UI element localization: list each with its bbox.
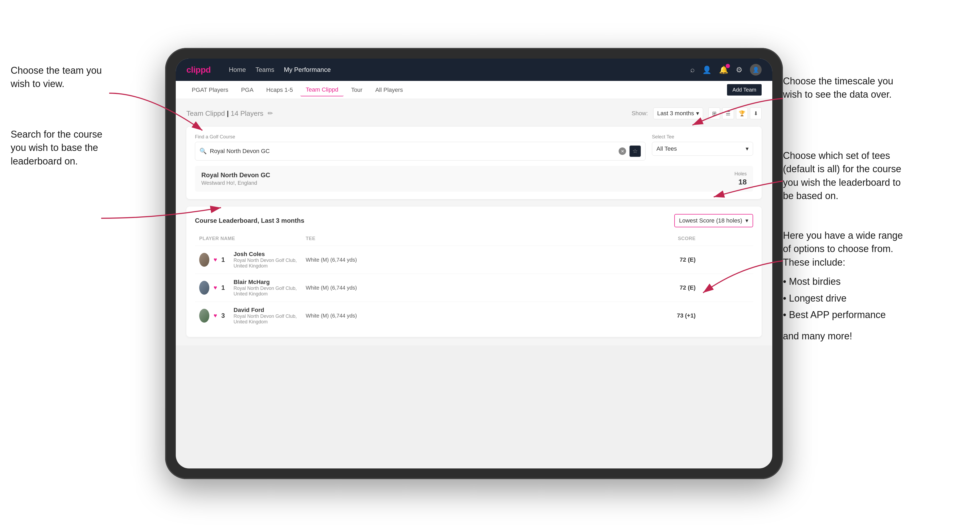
team-title: Team Clippd | 14 Players ✏	[186, 110, 273, 117]
option-app: Best APP performance	[783, 306, 903, 323]
player-info-2: Blair McHarg Royal North Devon Golf Club…	[234, 279, 306, 297]
heart-icon-1[interactable]: ♥	[213, 256, 217, 263]
nav-my-performance[interactable]: My Performance	[284, 66, 331, 73]
col-score: SCORE	[616, 236, 695, 241]
main-content: Team Clippd | 14 Players ✏ Show: Last 3 …	[176, 99, 772, 346]
clear-search-button[interactable]: ✕	[619, 148, 626, 155]
search-icon[interactable]: ⌕	[690, 65, 695, 74]
nav-links: Home Teams My Performance	[229, 66, 678, 73]
edit-icon[interactable]: ✏	[268, 110, 273, 117]
leaderboard-header: Course Leaderboard, Last 3 months Lowest…	[195, 214, 753, 227]
search-row: Find a Golf Course 🔍 Royal North Devon G…	[195, 134, 753, 160]
option-birdies: Most birdies	[783, 273, 903, 290]
search-icon-inner: 🔍	[199, 148, 207, 155]
sub-nav-team-clippd[interactable]: Team Clippd	[301, 84, 344, 96]
avatar-3	[199, 309, 209, 322]
sub-nav-tour[interactable]: Tour	[346, 84, 368, 96]
download-button[interactable]: ⬇	[750, 108, 762, 119]
table-row: ♥ 3 David Ford Royal North Devon Golf Cl…	[195, 302, 753, 330]
tee-2: White (M) (6,744 yds)	[306, 285, 616, 291]
sub-nav-pga[interactable]: PGA	[236, 84, 259, 96]
chevron-down-icon: ▾	[696, 110, 699, 117]
list-view-button[interactable]: ☰	[722, 108, 734, 119]
sub-nav-hcaps[interactable]: Hcaps 1-5	[261, 84, 298, 96]
heart-icon-3[interactable]: ♥	[213, 312, 217, 319]
notification-badge[interactable]: 🔔	[719, 65, 728, 74]
rank-3: 3	[221, 312, 229, 319]
add-team-button[interactable]: Add Team	[727, 84, 762, 95]
table-row: ♥ 1 Josh Coles Royal North Devon Golf Cl…	[195, 246, 753, 274]
option-drive: Longest drive	[783, 290, 903, 306]
holes-label: Holes	[735, 171, 747, 177]
show-label: Show:	[632, 110, 648, 117]
sub-nav: PGAT Players PGA Hcaps 1-5 Team Clippd T…	[176, 81, 772, 99]
tee-3: White (M) (6,744 yds)	[306, 313, 616, 319]
score-1: 72 (E)	[616, 256, 695, 263]
tee-select-label: Select Tee	[652, 134, 753, 140]
team-name: Team Clippd | 14 Players	[186, 110, 263, 117]
favorite-button[interactable]: ☆	[629, 145, 641, 157]
content-header: Team Clippd | 14 Players ✏ Show: Last 3 …	[186, 108, 762, 119]
avatar-2	[199, 281, 209, 295]
sub-nav-all-players[interactable]: All Players	[370, 84, 408, 96]
annotation-course: Search for the courseyou wish to base th…	[11, 128, 102, 168]
nav-icons: ⌕ 👤 🔔 ⚙ 👤	[690, 64, 762, 76]
avatar[interactable]: 👤	[750, 64, 762, 76]
users-icon[interactable]: 👤	[702, 65, 711, 74]
chevron-down-icon: ▾	[745, 217, 748, 224]
table-row: ♥ 1 Blair McHarg Royal North Devon Golf …	[195, 274, 753, 302]
leaderboard-title: Course Leaderboard, Last 3 months	[195, 217, 304, 224]
view-icons: ⊞ ☰ 🏆 ⬇	[708, 108, 762, 119]
avatar-1	[199, 253, 209, 267]
search-card: Find a Golf Course 🔍 Royal North Devon G…	[186, 127, 762, 199]
course-location: Westward Ho!, England	[201, 180, 270, 186]
and-more: and many more!	[783, 330, 903, 343]
settings-icon[interactable]: ⚙	[736, 65, 743, 74]
course-info: Royal North Devon GC Westward Ho!, Engla…	[201, 171, 270, 186]
score-3: 73 (+1)	[616, 312, 695, 319]
logo: clippd	[186, 65, 211, 75]
nav-bar: clippd Home Teams My Performance ⌕ 👤 🔔 ⚙…	[176, 59, 772, 81]
holes-number: 18	[735, 178, 747, 186]
annotation-options: Here you have a wide rangeof options to …	[783, 229, 903, 343]
annotation-tees: Choose which set of tees(default is all)…	[783, 149, 901, 203]
heart-icon-2[interactable]: ♥	[213, 284, 217, 291]
tee-select-wrapper: Select Tee All Tees ▾	[652, 134, 753, 160]
nav-home[interactable]: Home	[229, 66, 246, 73]
rank-1: 1	[221, 256, 229, 264]
badge-dot	[725, 64, 730, 68]
find-course-label: Find a Golf Course	[195, 134, 646, 140]
trophy-view-button[interactable]: 🏆	[736, 108, 748, 119]
chevron-down-icon: ▾	[746, 145, 749, 152]
col-player: PLAYER NAME	[199, 236, 306, 241]
leaderboard-card: Course Leaderboard, Last 3 months Lowest…	[186, 206, 762, 337]
sub-nav-pgat[interactable]: PGAT Players	[186, 84, 234, 96]
holes-badge: Holes 18	[735, 171, 747, 186]
course-result: Royal North Devon GC Westward Ho!, Engla…	[195, 166, 753, 192]
annotation-timescale: Choose the timescale youwish to see the …	[783, 75, 893, 102]
player-cell-1: ♥ 1 Josh Coles Royal North Devon Golf Cl…	[199, 251, 306, 269]
rank-2: 1	[221, 284, 229, 291]
course-name: Royal North Devon GC	[201, 171, 270, 179]
course-search-wrapper: Find a Golf Course 🔍 Royal North Devon G…	[195, 134, 646, 160]
annotation-team: Choose the team youwish to view.	[11, 64, 102, 91]
course-search-input[interactable]: Royal North Devon GC	[210, 148, 616, 155]
score-2: 72 (E)	[616, 284, 695, 291]
tee-dropdown[interactable]: All Tees ▾	[652, 142, 753, 156]
score-type-dropdown[interactable]: Lowest Score (18 holes) ▾	[674, 214, 753, 227]
header-right: Show: Last 3 months ▾ ⊞ ☰ 🏆 ⬇	[632, 108, 762, 119]
course-search-field[interactable]: 🔍 Royal North Devon GC ✕ ☆	[195, 142, 646, 160]
player-info-1: Josh Coles Royal North Devon Golf Club, …	[234, 251, 306, 269]
player-cell-2: ♥ 1 Blair McHarg Royal North Devon Golf …	[199, 279, 306, 297]
tee-1: White (M) (6,744 yds)	[306, 257, 616, 263]
tablet-device: clippd Home Teams My Performance ⌕ 👤 🔔 ⚙…	[165, 48, 783, 479]
options-list: Most birdies Longest drive Best APP perf…	[783, 273, 903, 323]
player-cell-3: ♥ 3 David Ford Royal North Devon Golf Cl…	[199, 306, 306, 325]
col-tee: TEE	[306, 236, 616, 241]
time-select[interactable]: Last 3 months ▾	[653, 108, 703, 119]
nav-teams[interactable]: Teams	[255, 66, 274, 73]
grid-view-button[interactable]: ⊞	[708, 108, 720, 119]
tablet-screen: clippd Home Teams My Performance ⌕ 👤 🔔 ⚙…	[176, 59, 772, 468]
table-header: PLAYER NAME TEE SCORE	[195, 234, 753, 243]
player-info-3: David Ford Royal North Devon Golf Club, …	[234, 306, 306, 325]
